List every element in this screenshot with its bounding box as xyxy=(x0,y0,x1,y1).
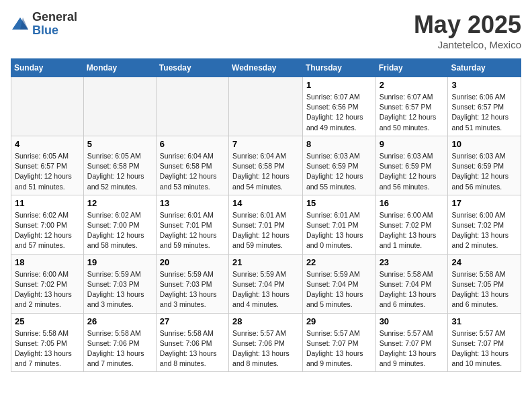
day-info: Sunrise: 5:59 AM Sunset: 7:04 PM Dayligh… xyxy=(306,269,372,310)
day-cell: 16Sunrise: 6:00 AM Sunset: 7:02 PM Dayli… xyxy=(375,195,448,254)
day-number: 7 xyxy=(232,139,299,149)
day-cell: 3Sunrise: 6:06 AM Sunset: 6:57 PM Daylig… xyxy=(448,77,521,136)
day-info: Sunrise: 6:02 AM Sunset: 7:00 PM Dayligh… xyxy=(87,210,152,251)
day-number: 5 xyxy=(87,139,152,149)
day-info: Sunrise: 6:03 AM Sunset: 6:59 PM Dayligh… xyxy=(451,151,517,192)
day-info: Sunrise: 6:05 AM Sunset: 6:58 PM Dayligh… xyxy=(87,151,152,192)
week-row-1: 1Sunrise: 6:07 AM Sunset: 6:56 PM Daylig… xyxy=(11,77,521,136)
week-row-4: 18Sunrise: 6:00 AM Sunset: 7:02 PM Dayli… xyxy=(11,254,521,313)
day-cell: 31Sunrise: 5:57 AM Sunset: 7:07 PM Dayli… xyxy=(448,313,521,372)
col-header-saturday: Saturday xyxy=(448,59,521,77)
day-number: 31 xyxy=(451,316,517,326)
day-number: 30 xyxy=(380,316,445,326)
day-number: 22 xyxy=(306,257,372,267)
day-cell xyxy=(11,77,84,136)
day-info: Sunrise: 5:59 AM Sunset: 7:03 PM Dayligh… xyxy=(87,269,152,310)
calendar-table: SundayMondayTuesdayWednesdayThursdayFrid… xyxy=(11,58,521,372)
day-info: Sunrise: 6:00 AM Sunset: 7:02 PM Dayligh… xyxy=(451,210,517,251)
day-info: Sunrise: 6:03 AM Sunset: 6:59 PM Dayligh… xyxy=(380,151,445,192)
title-block: May 2025 Jantetelco, Mexico xyxy=(414,11,521,50)
day-number: 27 xyxy=(160,316,225,326)
col-header-friday: Friday xyxy=(375,59,448,77)
day-info: Sunrise: 6:04 AM Sunset: 6:58 PM Dayligh… xyxy=(160,151,225,192)
day-info: Sunrise: 6:01 AM Sunset: 7:01 PM Dayligh… xyxy=(160,210,225,251)
day-number: 18 xyxy=(15,257,80,267)
day-info: Sunrise: 6:01 AM Sunset: 7:01 PM Dayligh… xyxy=(232,210,299,251)
day-number: 3 xyxy=(451,80,517,90)
day-cell: 27Sunrise: 5:58 AM Sunset: 7:06 PM Dayli… xyxy=(156,313,228,372)
day-cell: 23Sunrise: 5:58 AM Sunset: 7:04 PM Dayli… xyxy=(375,254,448,313)
day-cell: 1Sunrise: 6:07 AM Sunset: 6:56 PM Daylig… xyxy=(302,77,375,136)
day-number: 23 xyxy=(380,257,445,267)
day-info: Sunrise: 6:06 AM Sunset: 6:57 PM Dayligh… xyxy=(451,92,517,133)
day-info: Sunrise: 5:58 AM Sunset: 7:04 PM Dayligh… xyxy=(380,269,445,310)
day-number: 17 xyxy=(451,198,517,208)
day-info: Sunrise: 5:58 AM Sunset: 7:05 PM Dayligh… xyxy=(15,328,80,369)
day-cell: 15Sunrise: 6:01 AM Sunset: 7:01 PM Dayli… xyxy=(302,195,375,254)
day-number: 6 xyxy=(160,139,225,149)
day-cell: 7Sunrise: 6:04 AM Sunset: 6:58 PM Daylig… xyxy=(229,136,303,195)
day-info: Sunrise: 6:00 AM Sunset: 7:02 PM Dayligh… xyxy=(380,210,445,251)
day-cell: 9Sunrise: 6:03 AM Sunset: 6:59 PM Daylig… xyxy=(375,136,448,195)
day-cell: 6Sunrise: 6:04 AM Sunset: 6:58 PM Daylig… xyxy=(156,136,228,195)
day-cell: 4Sunrise: 6:05 AM Sunset: 6:57 PM Daylig… xyxy=(11,136,84,195)
day-cell: 5Sunrise: 6:05 AM Sunset: 6:58 PM Daylig… xyxy=(83,136,156,195)
day-number: 12 xyxy=(87,198,152,208)
day-number: 4 xyxy=(15,139,80,149)
day-cell xyxy=(156,77,228,136)
day-number: 16 xyxy=(380,198,445,208)
day-info: Sunrise: 6:03 AM Sunset: 6:59 PM Dayligh… xyxy=(306,151,372,192)
logo-text: General Blue xyxy=(32,11,77,38)
day-info: Sunrise: 5:58 AM Sunset: 7:06 PM Dayligh… xyxy=(87,328,152,369)
day-info: Sunrise: 6:07 AM Sunset: 6:56 PM Dayligh… xyxy=(306,92,372,133)
col-header-sunday: Sunday xyxy=(11,59,84,77)
day-number: 28 xyxy=(232,316,299,326)
col-header-thursday: Thursday xyxy=(302,59,375,77)
day-cell: 20Sunrise: 5:59 AM Sunset: 7:03 PM Dayli… xyxy=(156,254,228,313)
day-cell: 8Sunrise: 6:03 AM Sunset: 6:59 PM Daylig… xyxy=(302,136,375,195)
day-number: 2 xyxy=(380,80,445,90)
day-info: Sunrise: 5:59 AM Sunset: 7:04 PM Dayligh… xyxy=(232,269,299,310)
day-info: Sunrise: 5:57 AM Sunset: 7:07 PM Dayligh… xyxy=(451,328,517,369)
day-number: 21 xyxy=(232,257,299,267)
day-cell: 22Sunrise: 5:59 AM Sunset: 7:04 PM Dayli… xyxy=(302,254,375,313)
day-number: 8 xyxy=(306,139,372,149)
day-info: Sunrise: 5:58 AM Sunset: 7:06 PM Dayligh… xyxy=(160,328,225,369)
day-cell: 18Sunrise: 6:00 AM Sunset: 7:02 PM Dayli… xyxy=(11,254,84,313)
col-header-monday: Monday xyxy=(83,59,156,77)
col-header-tuesday: Tuesday xyxy=(156,59,228,77)
day-info: Sunrise: 5:57 AM Sunset: 7:07 PM Dayligh… xyxy=(380,328,445,369)
day-cell: 21Sunrise: 5:59 AM Sunset: 7:04 PM Dayli… xyxy=(229,254,303,313)
day-info: Sunrise: 6:05 AM Sunset: 6:57 PM Dayligh… xyxy=(15,151,80,192)
day-info: Sunrise: 6:04 AM Sunset: 6:58 PM Dayligh… xyxy=(232,151,299,192)
day-cell: 10Sunrise: 6:03 AM Sunset: 6:59 PM Dayli… xyxy=(448,136,521,195)
day-info: Sunrise: 6:00 AM Sunset: 7:02 PM Dayligh… xyxy=(15,269,80,310)
day-info: Sunrise: 6:02 AM Sunset: 7:00 PM Dayligh… xyxy=(15,210,80,251)
day-cell: 30Sunrise: 5:57 AM Sunset: 7:07 PM Dayli… xyxy=(375,313,448,372)
day-number: 26 xyxy=(87,316,152,326)
day-cell xyxy=(229,77,303,136)
day-cell: 28Sunrise: 5:57 AM Sunset: 7:06 PM Dayli… xyxy=(229,313,303,372)
logo-general: General xyxy=(32,11,77,24)
logo-blue: Blue xyxy=(32,24,77,38)
week-row-2: 4Sunrise: 6:05 AM Sunset: 6:57 PM Daylig… xyxy=(11,136,521,195)
day-cell: 11Sunrise: 6:02 AM Sunset: 7:00 PM Dayli… xyxy=(11,195,84,254)
day-cell: 24Sunrise: 5:58 AM Sunset: 7:05 PM Dayli… xyxy=(448,254,521,313)
day-number: 13 xyxy=(160,198,225,208)
day-number: 20 xyxy=(160,257,225,267)
day-number: 9 xyxy=(380,139,445,149)
day-cell: 14Sunrise: 6:01 AM Sunset: 7:01 PM Dayli… xyxy=(229,195,303,254)
day-number: 19 xyxy=(87,257,152,267)
day-cell: 12Sunrise: 6:02 AM Sunset: 7:00 PM Dayli… xyxy=(83,195,156,254)
col-header-wednesday: Wednesday xyxy=(229,59,303,77)
day-info: Sunrise: 5:59 AM Sunset: 7:03 PM Dayligh… xyxy=(160,269,225,310)
week-row-5: 25Sunrise: 5:58 AM Sunset: 7:05 PM Dayli… xyxy=(11,313,521,372)
day-number: 11 xyxy=(15,198,80,208)
day-info: Sunrise: 5:57 AM Sunset: 7:06 PM Dayligh… xyxy=(232,328,299,369)
header-row: SundayMondayTuesdayWednesdayThursdayFrid… xyxy=(11,59,521,77)
month-title: May 2025 xyxy=(414,11,521,39)
day-cell: 26Sunrise: 5:58 AM Sunset: 7:06 PM Dayli… xyxy=(83,313,156,372)
day-cell: 2Sunrise: 6:07 AM Sunset: 6:57 PM Daylig… xyxy=(375,77,448,136)
day-number: 29 xyxy=(306,316,372,326)
day-info: Sunrise: 6:07 AM Sunset: 6:57 PM Dayligh… xyxy=(380,92,445,133)
